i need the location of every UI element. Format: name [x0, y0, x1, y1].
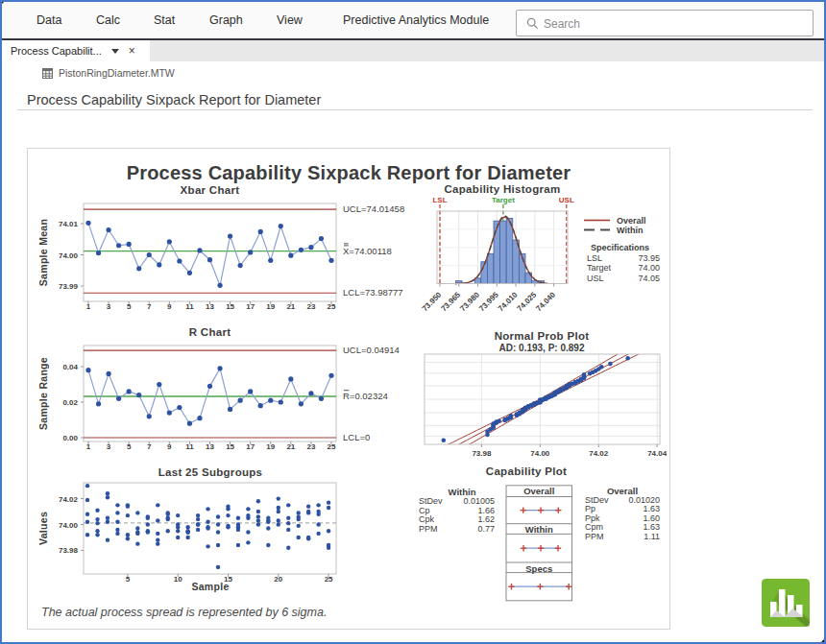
svg-text:13: 13	[206, 302, 214, 311]
tab-caret-icon[interactable]	[111, 49, 119, 54]
tab-process-capability[interactable]: Process Capabilit... ×	[2, 40, 150, 61]
svg-text:1.63: 1.63	[643, 504, 660, 513]
svg-text:74.040: 74.040	[534, 290, 557, 313]
minitab-app-icon[interactable]	[762, 579, 810, 627]
svg-text:15: 15	[226, 442, 234, 451]
resize-handle-top-left[interactable]	[0, 0, 6, 6]
svg-text:0.00: 0.00	[62, 434, 78, 442]
svg-text:StDev: StDev	[585, 495, 609, 505]
svg-text:Sample Range: Sample Range	[37, 357, 49, 430]
sixpack-graph-object[interactable]: Process Capability Sixpack Report for Di…	[27, 148, 670, 630]
svg-text:17: 17	[246, 442, 255, 451]
normal-prob-plot: Normal Prob PlotAD: 0.193, P: 0.89273.98…	[425, 330, 668, 458]
svg-text:3: 3	[107, 302, 111, 311]
menu-item-stat[interactable]: Stat	[154, 2, 175, 38]
svg-text:PPM: PPM	[419, 524, 438, 534]
svg-text:74.01: 74.01	[59, 220, 79, 228]
svg-text:21: 21	[286, 442, 295, 451]
svg-text:5: 5	[127, 302, 132, 311]
svg-text:Sample: Sample	[191, 581, 229, 592]
menu-item-data[interactable]: Data	[36, 2, 61, 38]
svg-text:Capability Plot: Capability Plot	[486, 465, 567, 477]
svg-text:23: 23	[306, 442, 315, 451]
svg-text:Values: Values	[37, 512, 49, 545]
menu-item-calc[interactable]: Calc	[96, 2, 120, 38]
svg-text:13: 13	[206, 442, 214, 451]
svg-text:Xbar Chart: Xbar Chart	[181, 184, 240, 196]
svg-text:Process Capability Sixpack Rep: Process Capability Sixpack Report for Di…	[127, 162, 571, 183]
svg-text:73.95: 73.95	[638, 253, 660, 263]
svg-text:74.05: 74.05	[638, 274, 660, 283]
menu-item-view[interactable]: View	[277, 2, 303, 38]
search-icon	[526, 17, 539, 30]
svg-text:17: 17	[246, 302, 255, 311]
svg-text:73.995: 73.995	[477, 290, 500, 313]
svg-text:Within: Within	[617, 226, 643, 235]
svg-text:74.02: 74.02	[59, 495, 79, 504]
svg-text:Overall: Overall	[523, 486, 554, 496]
svg-text:3: 3	[107, 442, 111, 451]
capability-plot: Capability PlotOverallWithinSpecsWithinS…	[419, 465, 660, 601]
svg-text:LCL=0: LCL=0	[343, 432, 370, 442]
svg-text:X=74.00118: X=74.00118	[343, 246, 392, 256]
search-input[interactable]	[542, 12, 810, 36]
svg-text:73.950: 73.950	[421, 290, 444, 313]
svg-text:1.11: 1.11	[644, 532, 660, 541]
svg-text:9: 9	[167, 302, 172, 311]
svg-text:1.62: 1.62	[477, 514, 495, 524]
svg-text:23: 23	[306, 302, 315, 311]
svg-text:74.02: 74.02	[589, 449, 609, 458]
minitab-window: DataCalcStatGraphViewPredictive Analytic…	[0, 0, 826, 644]
menu-item-graph[interactable]: Graph	[209, 2, 243, 38]
resize-handle-bottom-right[interactable]	[819, 637, 826, 644]
svg-text:1: 1	[86, 302, 91, 311]
menu-item-predictive-analytics-module[interactable]: Predictive Analytics Module	[343, 2, 489, 38]
svg-text:Cpk: Cpk	[419, 514, 435, 524]
svg-text:Ppk: Ppk	[585, 513, 600, 523]
sixpack-graph-canvas: Process Capability Sixpack Report for Di…	[28, 149, 669, 629]
svg-text:73.99: 73.99	[59, 282, 79, 291]
svg-text:1.66: 1.66	[477, 506, 495, 515]
svg-text:74.010: 74.010	[497, 290, 520, 313]
svg-text:Within: Within	[525, 524, 553, 535]
svg-text:25: 25	[325, 575, 333, 584]
svg-text:1.60: 1.60	[643, 513, 660, 523]
svg-text:Specs: Specs	[525, 563, 552, 574]
tab-close-icon[interactable]: ×	[129, 45, 135, 57]
svg-text:Capability Histogram: Capability Histogram	[444, 183, 560, 195]
search-box[interactable]	[516, 10, 814, 36]
svg-text:0.01020: 0.01020	[628, 495, 660, 505]
svg-text:15: 15	[226, 302, 234, 311]
svg-text:9: 9	[167, 442, 172, 451]
svg-text:5: 5	[127, 442, 132, 451]
svg-text:R=0.02324: R=0.02324	[343, 391, 388, 401]
svg-text:73.965: 73.965	[440, 290, 463, 313]
worksheet-row[interactable]: PistonRingDiameter.MTW	[42, 65, 175, 81]
heading-separator	[17, 109, 813, 110]
r-chart: R Chart0.040.020.00135791113151719212325…	[37, 326, 400, 451]
svg-text:7: 7	[147, 302, 152, 311]
svg-text:StDev: StDev	[419, 496, 443, 506]
capability-histogram: Capability HistogramLSLTargetUSL73.95073…	[421, 183, 660, 313]
svg-text:0.04: 0.04	[62, 363, 78, 371]
svg-text:Pp: Pp	[585, 504, 595, 513]
svg-text:73.980: 73.980	[458, 290, 481, 313]
svg-text:Sample Mean: Sample Mean	[37, 219, 49, 286]
svg-text:10: 10	[174, 575, 182, 584]
tab-strip: Process Capabilit... ×	[2, 40, 824, 61]
svg-text:74.00: 74.00	[530, 449, 550, 458]
svg-text:19: 19	[266, 302, 275, 311]
svg-text:0.02: 0.02	[62, 398, 78, 407]
svg-text:UCL=0.04914: UCL=0.04914	[343, 345, 400, 355]
svg-text:LSL: LSL	[587, 253, 602, 263]
svg-text:19: 19	[266, 442, 275, 451]
xbar-chart: Xbar Chart74.0174.0073.99135791113151719…	[37, 184, 404, 311]
svg-text:74.00: 74.00	[638, 263, 660, 273]
svg-text:74.00: 74.00	[59, 251, 79, 260]
svg-text:73.98: 73.98	[59, 546, 79, 555]
svg-text:1.63: 1.63	[643, 522, 660, 532]
svg-text:R Chart: R Chart	[189, 326, 231, 338]
tab-label: Process Capabilit...	[11, 45, 102, 57]
svg-text:21: 21	[286, 302, 295, 311]
svg-text:25: 25	[328, 302, 336, 311]
